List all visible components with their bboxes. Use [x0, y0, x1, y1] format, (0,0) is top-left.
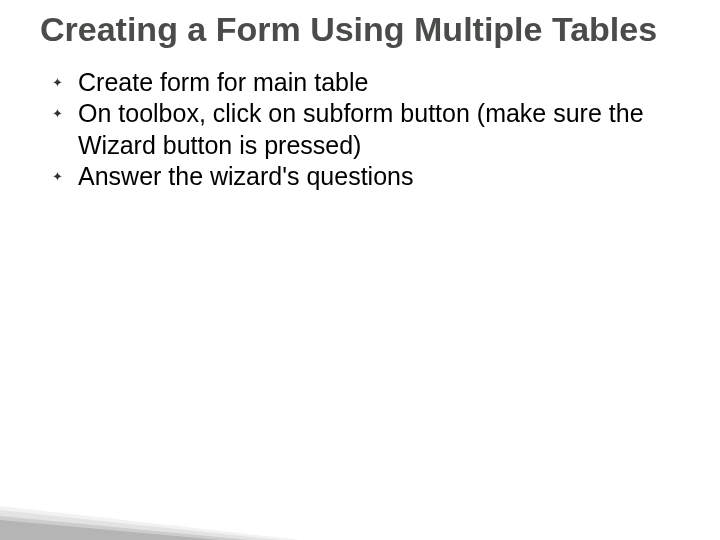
corner-decoration [0, 460, 300, 540]
list-item: Answer the wizard's questions [72, 161, 680, 192]
list-item: On toolbox, click on subform button (mak… [72, 98, 680, 161]
svg-marker-1 [0, 516, 250, 540]
list-item: Create form for main table [72, 67, 680, 98]
slide: Creating a Form Using Multiple Tables Cr… [0, 0, 720, 540]
bullet-list: Create form for main table On toolbox, c… [40, 67, 680, 192]
svg-marker-2 [0, 510, 280, 540]
slide-title: Creating a Form Using Multiple Tables [40, 10, 680, 49]
svg-marker-3 [0, 506, 300, 540]
svg-marker-0 [0, 520, 220, 540]
